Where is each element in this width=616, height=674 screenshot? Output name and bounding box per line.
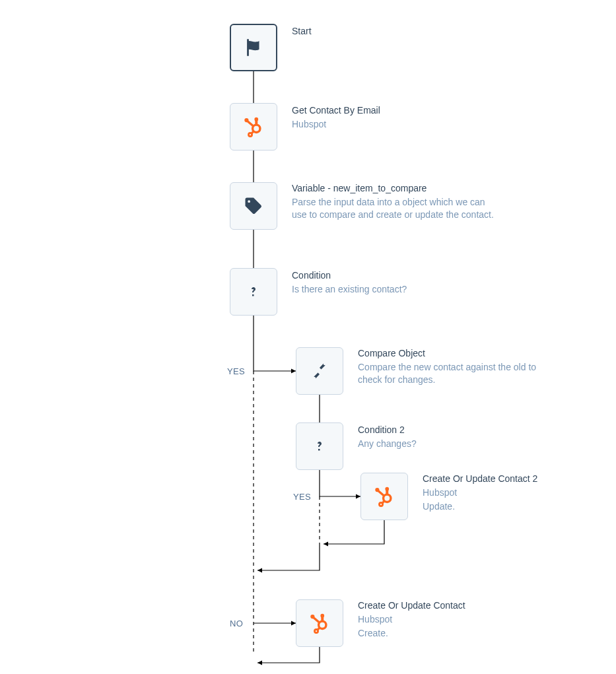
create-contact-label: Create Or Update Contact Hubspot Create. [358,599,465,640]
flag-icon [242,36,265,59]
compare-node[interactable] [296,347,343,395]
condition2-node[interactable] [296,422,343,470]
variable-title: Variable - new_item_to_compare [292,182,496,195]
hubspot-icon [308,612,331,634]
start-label: Start [292,25,312,38]
svg-line-10 [248,121,254,127]
variable-node[interactable] [230,182,277,230]
update-contact-sub2: Update. [423,500,537,513]
condition2-label: Condition 2 Any changes? [358,424,417,450]
compare-title: Compare Object [358,347,556,360]
svg-line-17 [378,491,384,496]
start-title: Start [292,25,312,38]
hubspot-icon [373,485,395,508]
compare-sub: Compare the new contact against the old … [358,361,556,386]
hubspot-icon [242,116,265,138]
condition-title: Condition [292,269,407,282]
condition-node[interactable] [230,268,277,316]
svg-point-26 [314,629,318,632]
start-node[interactable] [230,24,277,71]
branch-yes-label: YES [227,366,245,376]
svg-point-15 [385,487,389,491]
compare-icon [310,361,329,381]
branch-no-label: NO [230,619,243,628]
svg-point-12 [248,133,252,136]
branch-yes2-label: YES [293,492,311,502]
update-contact-sub1: Hubspot [423,487,537,499]
create-contact-title: Create Or Update Contact [358,599,465,612]
get-contact-label: Get Contact By Email Hubspot [292,104,380,131]
svg-line-24 [314,618,320,623]
connector-lines [0,0,616,674]
condition-label: Condition Is there an existing contact? [292,269,407,296]
question-icon [246,281,261,303]
svg-point-8 [254,118,258,121]
workflow-diagram: Start Get Contact By Email Hubspot Varia… [0,0,616,674]
create-contact-node[interactable] [296,599,343,647]
update-contact-title: Create Or Update Contact 2 [423,473,537,485]
update-contact-label: Create Or Update Contact 2 Hubspot Updat… [423,473,537,513]
svg-point-22 [320,614,324,618]
tag-icon [244,196,263,216]
variable-label: Variable - new_item_to_compare Parse the… [292,182,496,221]
svg-point-19 [379,502,382,506]
create-contact-sub2: Create. [358,627,465,640]
condition2-sub: Any changes? [358,438,417,450]
create-contact-sub1: Hubspot [358,613,465,626]
variable-sub: Parse the input data into a object which… [292,196,496,221]
condition2-title: Condition 2 [358,424,417,436]
update-contact-node[interactable] [360,473,408,520]
get-contact-sub: Hubspot [292,118,380,131]
condition-sub: Is there an existing contact? [292,283,407,296]
get-contact-node[interactable] [230,103,277,151]
question-icon [312,435,327,457]
compare-label: Compare Object Compare the new contact a… [358,347,556,386]
get-contact-title: Get Contact By Email [292,104,380,117]
